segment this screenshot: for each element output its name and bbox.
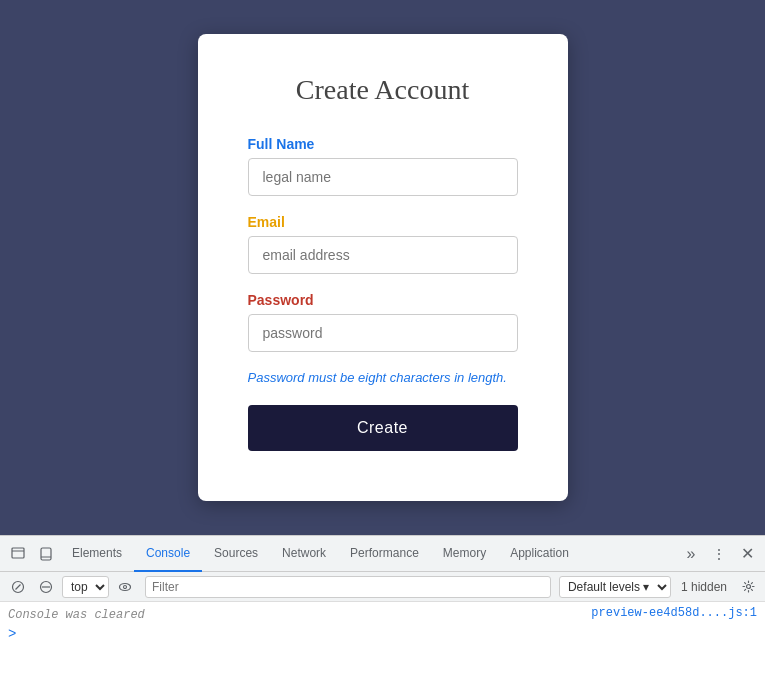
main-area: Create Account Full Name Email Password … (0, 0, 765, 535)
log-levels-selector[interactable]: Default levels ▾ (559, 576, 671, 598)
svg-point-9 (746, 585, 750, 589)
context-selector[interactable]: top (62, 576, 109, 598)
svg-rect-1 (41, 548, 51, 560)
device-toolbar-icon[interactable] (32, 540, 60, 568)
devtools-tabs-bar: Elements Console Sources Network Perform… (0, 536, 765, 572)
password-group: Password (248, 292, 518, 352)
console-prompt-icon[interactable]: > (8, 626, 757, 642)
email-input[interactable] (248, 236, 518, 274)
create-account-card: Create Account Full Name Email Password … (198, 34, 568, 501)
clear-console-icon[interactable] (6, 575, 30, 599)
fullname-input[interactable] (248, 158, 518, 196)
console-settings-icon[interactable] (737, 576, 759, 598)
inspect-element-icon[interactable] (4, 540, 32, 568)
devtools-menu-icon[interactable]: ⋮ (705, 540, 733, 568)
tab-application[interactable]: Application (498, 536, 581, 572)
console-cleared-message: Console was cleared (8, 606, 145, 624)
svg-point-7 (120, 583, 131, 590)
password-label: Password (248, 292, 518, 308)
svg-rect-0 (12, 548, 24, 558)
block-requests-icon[interactable] (34, 575, 58, 599)
password-hint: Password must be eight characters in len… (248, 370, 518, 385)
password-input[interactable] (248, 314, 518, 352)
svg-line-4 (16, 584, 21, 589)
tab-elements[interactable]: Elements (60, 536, 134, 572)
devtools-panel: Elements Console Sources Network Perform… (0, 535, 765, 674)
console-output: Console was cleared preview-ee4d58d....j… (0, 602, 765, 674)
eye-icon[interactable] (113, 575, 137, 599)
email-group: Email (248, 214, 518, 274)
card-title: Create Account (248, 74, 518, 106)
console-source-link[interactable]: preview-ee4d58d....js:1 (591, 606, 757, 620)
tab-console[interactable]: Console (134, 536, 202, 572)
fullname-group: Full Name (248, 136, 518, 196)
devtools-close-icon[interactable]: ✕ (733, 540, 761, 568)
tab-sources[interactable]: Sources (202, 536, 270, 572)
console-toolbar: top Default levels ▾ 1 hidden (0, 572, 765, 602)
fullname-label: Full Name (248, 136, 518, 152)
tab-memory[interactable]: Memory (431, 536, 498, 572)
tab-performance[interactable]: Performance (338, 536, 431, 572)
email-label: Email (248, 214, 518, 230)
create-button[interactable]: Create (248, 405, 518, 451)
tab-network[interactable]: Network (270, 536, 338, 572)
svg-point-8 (124, 585, 127, 588)
hidden-count: 1 hidden (675, 580, 733, 594)
console-filter-input[interactable] (145, 576, 551, 598)
more-tabs-icon[interactable]: » (677, 540, 705, 568)
